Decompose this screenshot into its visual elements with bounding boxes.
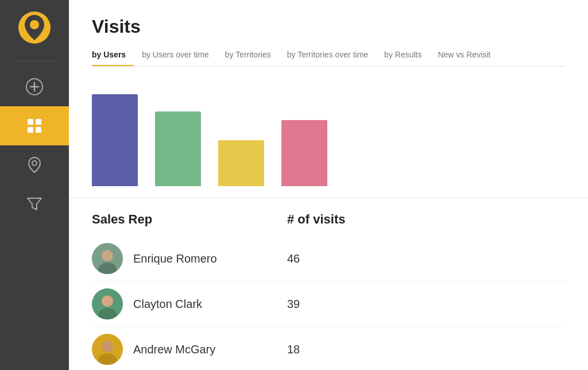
tab-by-users[interactable]: by Users [92,45,134,66]
sidebar-divider-top [14,61,55,61]
visit-count: 46 [287,252,300,265]
svg-rect-7 [28,119,33,125]
main-content: Visits by Users by Users over time by Te… [69,0,588,370]
chart-bar [218,140,264,186]
app-logo[interactable] [17,10,52,45]
table-row: Enrique Romero46 [92,236,565,282]
rep-name: Clayton Clark [133,298,202,311]
add-icon [25,78,44,96]
rep-name: Andrew McGary [133,343,215,356]
sidebar-item-location[interactable] [0,145,69,184]
page-header: Visits by Users by Users over time by Te… [69,0,588,67]
rep-info: Enrique Romero [92,243,287,274]
rep-info: Clayton Clark [92,288,287,319]
table-rows: Enrique Romero46 Clayton Clark39 Andrew … [92,236,565,370]
rep-name: Enrique Romero [133,252,217,265]
svg-marker-12 [28,198,41,210]
bar-chart [92,83,565,186]
svg-rect-8 [36,119,41,125]
filter-icon [25,195,44,213]
page-title: Visits [92,16,565,37]
column-header-rep: Sales Rep [92,212,287,227]
tab-by-territories[interactable]: by Territories [225,45,279,66]
avatar [92,334,123,365]
table-header: Sales Rep # of visits [92,212,565,227]
svg-rect-9 [28,127,33,133]
sidebar-item-filter[interactable] [0,184,69,223]
table-area: Sales Rep # of visits Enrique Romero46 C… [69,198,588,370]
svg-point-3 [32,22,37,27]
svg-point-14 [102,250,113,261]
table-row: Andrew McGary18 [92,327,565,370]
chart-bar [155,111,201,186]
svg-point-20 [102,341,113,352]
tab-by-users-over-time[interactable]: by Users over time [142,45,217,66]
tab-new-vs-revisit[interactable]: New vs Revisit [438,45,498,66]
svg-rect-10 [36,127,41,133]
sidebar [0,0,69,370]
tab-by-results[interactable]: by Results [384,45,430,66]
tab-by-territories-over-time[interactable]: by Territories over time [287,45,376,66]
rep-info: Andrew McGary [92,334,287,365]
avatar [92,243,123,274]
column-header-visits: # of visits [287,212,345,227]
sidebar-item-add[interactable] [0,67,69,106]
visit-count: 39 [287,298,300,311]
chart-bar [92,94,138,186]
location-icon [25,156,44,174]
table-row: Clayton Clark39 [92,282,565,327]
visit-count: 18 [287,343,300,356]
avatar [92,288,123,319]
tab-bar: by Users by Users over time by Territori… [92,45,565,67]
sidebar-item-dashboard[interactable] [0,106,69,145]
dashboard-icon [25,117,44,135]
svg-point-17 [102,295,113,307]
chart-bar [281,120,327,186]
chart-area [69,67,588,198]
svg-point-11 [32,161,37,165]
